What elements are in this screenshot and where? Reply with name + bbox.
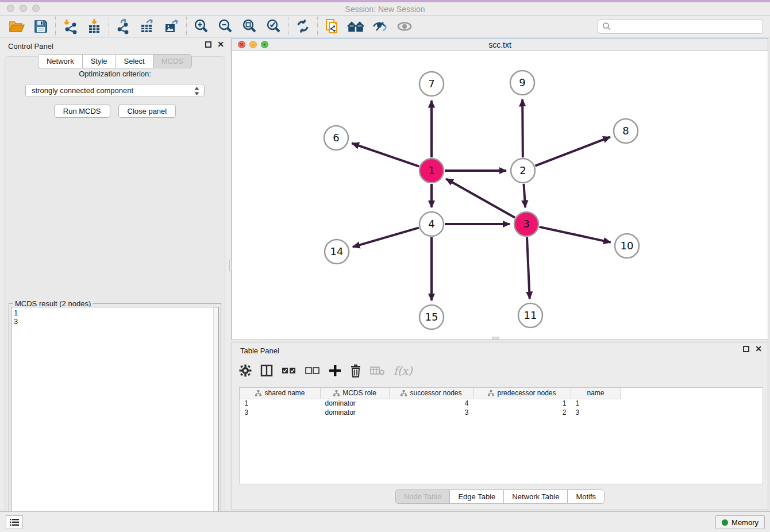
show-all-button[interactable] — [392, 17, 417, 36]
function-builder-button[interactable]: f(x) — [394, 362, 413, 379]
graph-node-15[interactable]: 15 — [419, 305, 444, 329]
import-network-button[interactable] — [58, 17, 82, 36]
table-cell[interactable]: 1 — [571, 399, 621, 408]
graph-node-6[interactable]: 6 — [324, 126, 348, 150]
zoom-in-icon — [193, 18, 209, 34]
delete-table-button[interactable] — [370, 362, 385, 379]
zoom-in-button[interactable] — [189, 17, 213, 36]
clone-network-button[interactable] — [320, 17, 344, 36]
hide-selected-button[interactable] — [368, 17, 392, 36]
graph-node-14[interactable]: 14 — [325, 240, 349, 264]
control-panel: Control Panel ✕ Network Style Select MCD… — [0, 38, 230, 510]
tab-node-table[interactable]: Node Table — [395, 489, 450, 504]
table-cell[interactable]: 4 — [390, 399, 473, 408]
graph-node-9[interactable]: 9 — [510, 71, 534, 95]
result-scrollbar[interactable] — [213, 307, 218, 519]
export-image-button[interactable] — [160, 17, 184, 36]
run-mcds-button[interactable]: Run MCDS — [54, 105, 110, 118]
float-table-panel-icon[interactable] — [743, 346, 749, 352]
mcds-result-text[interactable]: 1 3 — [11, 307, 219, 519]
table-row[interactable]: 1dominator411 — [240, 399, 621, 408]
deselect-all-icon — [305, 367, 320, 375]
table-cell[interactable]: 1 — [240, 399, 321, 408]
column-header-predecessor-nodes[interactable]: predecessor nodes — [473, 388, 571, 399]
tab-motifs[interactable]: Motifs — [567, 489, 605, 504]
graph-edge-4-14[interactable] — [353, 228, 419, 246]
node-label: 11 — [524, 309, 537, 321]
delete-row-button[interactable] — [350, 362, 361, 379]
column-header-name[interactable]: name — [571, 388, 621, 399]
graph-node-4[interactable]: 4 — [419, 212, 444, 236]
zoom-out-button[interactable] — [213, 17, 237, 36]
graph-edge-2-9[interactable] — [522, 99, 523, 157]
graph-edge-3-10[interactable] — [539, 227, 610, 242]
graph-node-2[interactable]: 2 — [511, 159, 535, 183]
show-columns-button[interactable] — [260, 362, 273, 379]
table-cell[interactable]: 2 — [473, 408, 571, 417]
table-cell[interactable]: 3 — [571, 408, 621, 417]
save-session-button[interactable] — [29, 17, 53, 36]
apply-layout-button[interactable] — [291, 17, 315, 36]
table-cell[interactable]: dominator — [321, 408, 390, 417]
export-table-icon — [139, 18, 156, 34]
graph-node-10[interactable]: 10 — [615, 234, 639, 258]
network-canvas[interactable]: 7968124314101511 — [232, 51, 768, 340]
select-all-button[interactable] — [282, 362, 297, 379]
tab-select[interactable]: Select — [116, 54, 153, 68]
table-cell[interactable]: dominator — [321, 399, 390, 408]
close-table-panel-icon[interactable]: ✕ — [755, 346, 762, 352]
select-all-icon — [282, 367, 297, 375]
home-button[interactable] — [344, 17, 368, 36]
graph-node-3[interactable]: 3 — [514, 212, 538, 236]
network-graph[interactable]: 7968124314101511 — [232, 51, 768, 340]
table-cell[interactable]: 1 — [473, 399, 571, 408]
search-input[interactable] — [611, 21, 763, 32]
tab-edge-table[interactable]: Edge Table — [449, 489, 503, 504]
deselect-all-button[interactable] — [305, 362, 320, 379]
horizontal-grip[interactable] — [492, 337, 499, 340]
column-header-successor-nodes[interactable]: successor nodes — [390, 388, 473, 399]
graph-node-8[interactable]: 8 — [614, 119, 638, 143]
graph-node-1[interactable]: 1 — [419, 159, 444, 183]
graph-edge-2-8[interactable] — [535, 137, 610, 165]
tab-style[interactable]: Style — [82, 54, 116, 68]
table-settings-button[interactable] — [239, 362, 252, 379]
graph-edge-3-11[interactable] — [527, 237, 530, 299]
export-network-button[interactable] — [111, 17, 136, 36]
tab-network-table[interactable]: Network Table — [503, 489, 567, 504]
graph-node-7[interactable]: 7 — [419, 72, 444, 96]
graph-edge-3-1[interactable] — [446, 179, 515, 217]
open-session-button[interactable] — [5, 17, 29, 36]
main-toolbar — [0, 16, 770, 37]
task-history-button[interactable] — [6, 515, 23, 529]
tab-network[interactable]: Network — [38, 54, 82, 68]
criterion-select[interactable]: strongly connected component — [25, 84, 205, 97]
fit-content-icon — [241, 18, 257, 34]
column-header-label: name — [587, 389, 604, 397]
fit-content-button[interactable] — [237, 17, 261, 36]
trash-icon — [350, 364, 361, 377]
table-cell[interactable]: 3 — [390, 408, 473, 417]
column-header-shared-name[interactable]: shared name — [240, 388, 321, 399]
column-header-MCDS-role[interactable]: MCDS role — [321, 388, 390, 399]
graph-node-11[interactable]: 11 — [518, 303, 542, 327]
tab-mcds[interactable]: MCDS — [153, 54, 192, 68]
graph-edge-1-6[interactable] — [352, 143, 419, 166]
add-row-button[interactable] — [329, 362, 341, 379]
table-panel-tabs: Node Table Edge Table Network Table Moti… — [232, 489, 768, 504]
node-label: 9 — [519, 76, 525, 88]
search-box[interactable] — [598, 19, 763, 34]
float-panel-icon[interactable] — [205, 41, 211, 48]
graph-edge-2-3[interactable] — [523, 184, 525, 207]
close-panel-button[interactable]: Close panel — [118, 105, 176, 118]
table-cell[interactable]: 3 — [240, 408, 321, 417]
zoom-selected-icon — [265, 18, 282, 34]
import-table-button[interactable] — [82, 17, 106, 36]
node-table-container[interactable]: shared nameMCDS rolesuccessor nodesprede… — [239, 387, 763, 484]
export-table-button[interactable] — [136, 17, 160, 36]
save-icon — [33, 19, 48, 34]
memory-button[interactable]: Memory — [715, 515, 765, 529]
table-row[interactable]: 3dominator323 — [240, 408, 621, 417]
zoom-selected-button[interactable] — [261, 17, 286, 36]
close-panel-icon[interactable]: ✕ — [217, 41, 224, 48]
